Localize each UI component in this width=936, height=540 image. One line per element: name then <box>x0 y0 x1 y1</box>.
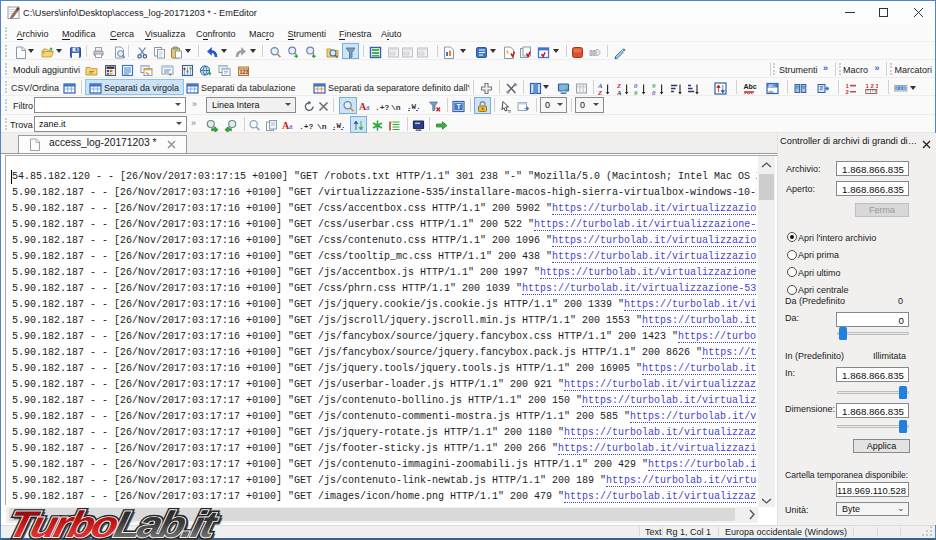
svg-text:ABC: ABC <box>768 84 776 88</box>
svg-text:T: T <box>457 103 462 110</box>
svg-text:a: a <box>289 122 293 131</box>
svg-text:TurboLab.it: TurboLab.it <box>4 503 222 540</box>
svg-text:123: 123 <box>239 69 248 75</box>
svg-text:Abc: Abc <box>744 83 757 90</box>
svg-text:Z: Z <box>598 89 602 96</box>
svg-text:a: a <box>366 103 370 112</box>
svg-text:.W.: .W. <box>332 122 346 130</box>
svg-text:.+?: .+? <box>299 122 313 131</box>
svg-text:.+?: .+? <box>375 103 389 112</box>
svg-text:.W.: .W. <box>407 103 421 111</box>
svg-text:9: 9 <box>634 89 638 96</box>
svg-text:1: 1 <box>846 83 850 89</box>
svg-text:\n: \n <box>391 103 401 112</box>
svg-text:2: 2 <box>846 89 850 95</box>
svg-text:0: 0 <box>652 89 656 96</box>
svg-text:\n: \n <box>317 122 327 131</box>
svg-text:1 2 3: 1 2 3 <box>866 83 879 89</box>
svg-text:A: A <box>617 89 622 96</box>
svg-text:abc: abc <box>768 90 774 94</box>
